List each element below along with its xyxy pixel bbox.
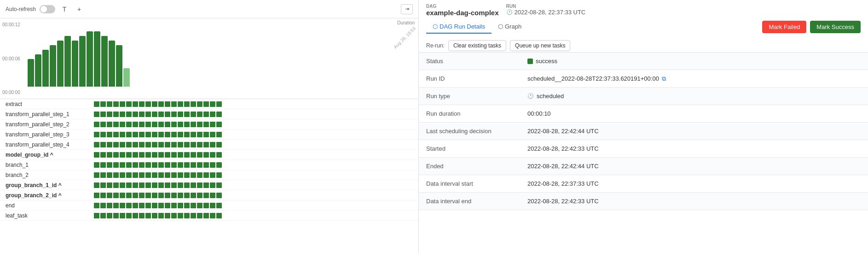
task-cell[interactable] [197,101,203,107]
task-cell[interactable] [171,101,177,107]
task-cell[interactable] [171,162,177,168]
task-cell[interactable] [139,213,145,218]
task-cell[interactable] [133,152,138,158]
task-cell[interactable] [191,112,196,117]
task-cell[interactable] [145,172,151,178]
task-cell[interactable] [113,162,119,168]
task-cell[interactable] [107,203,112,208]
task-row[interactable]: leaf_task [0,211,418,221]
task-cell[interactable] [94,122,99,127]
task-cell[interactable] [139,162,145,168]
task-cell[interactable] [120,162,125,168]
task-cell[interactable] [107,122,112,127]
task-cell[interactable] [126,132,132,137]
task-cell[interactable] [216,112,222,117]
task-cell[interactable] [171,213,177,218]
task-cell[interactable] [113,152,119,158]
task-cell[interactable] [113,182,119,188]
task-cell[interactable] [210,152,215,158]
task-cell[interactable] [197,152,203,158]
task-cell[interactable] [94,162,99,168]
task-cell[interactable] [145,182,151,188]
task-cell[interactable] [158,203,164,208]
task-cell[interactable] [152,132,157,137]
task-row[interactable]: extract [0,99,418,109]
task-cell[interactable] [165,213,170,218]
task-cell[interactable] [139,152,145,158]
task-row[interactable]: transform_parallel_step_3 [0,129,418,140]
task-cell[interactable] [158,193,164,198]
task-cell[interactable] [145,122,151,127]
task-cell[interactable] [133,193,138,198]
task-cell[interactable] [184,122,190,127]
task-cell[interactable] [191,172,196,178]
task-cell[interactable] [133,112,138,117]
task-cell[interactable] [113,213,119,218]
task-cell[interactable] [197,172,203,178]
task-cell[interactable] [94,112,99,117]
task-cell[interactable] [197,213,203,218]
task-cell[interactable] [165,132,170,137]
task-cell[interactable] [113,193,119,198]
task-cell[interactable] [133,182,138,188]
task-cell[interactable] [178,132,183,137]
task-cell[interactable] [191,203,196,208]
task-cell[interactable] [210,142,215,147]
task-cell[interactable] [158,122,164,127]
task-cell[interactable] [158,112,164,117]
task-cell[interactable] [210,182,215,188]
task-row[interactable]: group_branch_2_id ^ [0,190,418,200]
task-cell[interactable] [178,172,183,178]
task-cell[interactable] [152,193,157,198]
task-cell[interactable] [100,162,106,168]
task-cell[interactable] [100,101,106,107]
task-cell[interactable] [126,101,132,107]
task-cell[interactable] [107,182,112,188]
task-cell[interactable] [171,193,177,198]
task-cell[interactable] [197,122,203,127]
task-cell[interactable] [145,112,151,117]
task-cell[interactable] [100,122,106,127]
task-cell[interactable] [145,162,151,168]
task-cell[interactable] [100,152,106,158]
task-cell[interactable] [107,142,112,147]
task-cell[interactable] [113,203,119,208]
task-cell[interactable] [126,122,132,127]
task-cell[interactable] [184,142,190,147]
task-cell[interactable] [191,152,196,158]
task-cell[interactable] [184,182,190,188]
task-row[interactable]: group_branch_1_id ^ [0,180,418,190]
task-cell[interactable] [191,132,196,137]
auto-refresh-toggle[interactable] [40,5,55,13]
task-cell[interactable] [120,172,125,178]
task-cell[interactable] [165,172,170,178]
task-cell[interactable] [120,122,125,127]
task-cell[interactable] [133,122,138,127]
task-cell[interactable] [178,101,183,107]
task-cell[interactable] [126,162,132,168]
task-cell[interactable] [178,203,183,208]
task-cell[interactable] [139,101,145,107]
mark-success-button[interactable]: Mark Success [810,21,861,33]
task-cell[interactable] [203,132,209,137]
task-cell[interactable] [216,162,222,168]
tab-graph[interactable]: ⬡ Graph [492,20,528,34]
task-cell[interactable] [113,142,119,147]
task-cell[interactable] [120,213,125,218]
task-cell[interactable] [126,142,132,147]
task-cell[interactable] [133,203,138,208]
task-cell[interactable] [94,193,99,198]
task-cell[interactable] [158,213,164,218]
task-cell[interactable] [158,162,164,168]
task-cell[interactable] [120,101,125,107]
task-cell[interactable] [145,193,151,198]
task-cell[interactable] [158,172,164,178]
task-row[interactable]: model_group_id ^ [0,150,418,160]
task-cell[interactable] [94,142,99,147]
task-cell[interactable] [165,162,170,168]
task-cell[interactable] [139,203,145,208]
task-cell[interactable] [203,122,209,127]
task-cell[interactable] [171,122,177,127]
task-cell[interactable] [184,172,190,178]
task-cell[interactable] [171,182,177,188]
